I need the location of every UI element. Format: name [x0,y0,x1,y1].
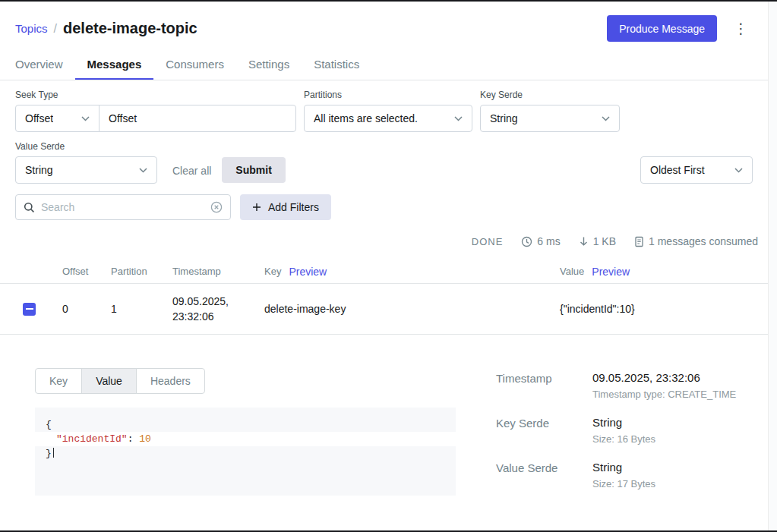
content-tab-value[interactable]: Value [81,368,137,394]
status-consumed-text: 1 messages consumed [649,235,758,247]
json-separator: : [128,433,140,445]
order-selected-value: Oldest First [650,164,705,176]
status-bytes: 1 KB [579,235,616,247]
key-header-label: Key [264,266,281,277]
topbar-actions: Produce Message ⋮ [607,15,753,42]
scrollbar-track[interactable] [768,2,777,530]
kebab-menu-icon: ⋮ [734,20,748,36]
text-cursor [53,448,54,458]
value-serde-label: Value Serde [15,141,157,152]
content-tab-key[interactable]: Key [35,368,82,394]
filter-row-3: Add Filters [15,194,753,220]
status-elapsed: 6 ms [521,235,560,247]
status-state: DONE [472,236,504,247]
seek-offset-input[interactable] [99,105,296,132]
code-line: } [35,446,456,461]
value-serde-selected-value: String [25,164,53,176]
seek-type-select[interactable]: Offset [15,105,99,132]
message-content-pane: Key Value Headers { "incidentId": 10 } [35,368,456,505]
partitions-selected-value: All items are selected. [314,112,418,124]
status-elapsed-text: 6 ms [537,235,560,247]
breadcrumb-topics-link[interactable]: Topics [15,22,48,35]
meta-label: Key Serde [496,416,592,445]
key-column-header: Key Preview [264,266,560,278]
tab-consumers[interactable]: Consumers [153,49,236,80]
chevron-down-icon [734,168,743,173]
value-header-label: Value [560,266,584,277]
clock-icon [521,236,532,247]
key-preview-link[interactable]: Preview [289,266,327,278]
meta-label: Timestamp [496,371,592,400]
tab-messages[interactable]: Messages [75,49,154,80]
document-icon [634,236,644,247]
content-tab-headers[interactable]: Headers [136,368,205,394]
tab-overview[interactable]: Overview [3,49,75,80]
message-row[interactable]: 0 1 09.05.2025, 23:32:06 delete-image-ke… [0,284,768,335]
consume-status-bar: DONE 6 ms 1 KB 1 messages consumed [0,220,768,247]
add-filters-button[interactable]: Add Filters [240,194,331,220]
content-tabs: Key Value Headers [35,368,205,394]
chevron-down-icon [139,168,147,173]
key-serde-select[interactable]: String [480,105,620,132]
key-cell: delete-image-key [264,303,560,315]
meta-sub: Timestamp type: CREATE_TIME [592,389,736,400]
offset-cell: 0 [62,303,111,315]
tab-settings[interactable]: Settings [236,49,302,80]
partitions-select[interactable]: All items are selected. [304,105,472,132]
clear-search-icon[interactable] [210,201,223,213]
search-icon [24,202,35,213]
seek-type-selected-value: Offset [25,112,53,124]
status-consumed: 1 messages consumed [634,235,758,247]
arrow-down-icon [579,236,589,247]
seek-type-field: Seek Type Offset [15,90,296,132]
produce-message-button[interactable]: Produce Message [607,15,717,42]
seek-type-label: Seek Type [15,90,296,100]
meta-row-value-serde: Value Serde String Size: 17 Bytes [496,461,758,490]
meta-value: 09.05.2025, 23:32:06 [592,371,700,384]
meta-sub: Size: 17 Bytes [592,478,655,490]
status-bytes-text: 1 KB [593,235,616,247]
filters-panel: Seek Type Offset Partitions All items ar… [0,80,768,220]
value-cell: {"incidentId":10} [560,303,758,315]
chevron-down-icon [602,116,610,121]
row-select-cell [23,303,62,316]
seek-type-group: Offset [15,105,296,132]
partition-cell: 1 [111,303,172,315]
order-select[interactable]: Oldest First [640,156,753,184]
value-serde-select[interactable]: String [15,156,157,184]
value-column-header: Value Preview [560,266,758,278]
search-input[interactable] [41,201,204,213]
filter-row-1: Seek Type Offset Partitions All items ar… [15,90,753,132]
value-serde-field: Value Serde String [15,141,157,184]
more-options-button[interactable]: ⋮ [729,18,753,39]
messages-table-header: Offset Partition Timestamp Key Preview V… [0,260,768,284]
code-line: { [35,417,456,432]
json-number: 10 [139,433,151,445]
value-code-viewer[interactable]: { "incidentId": 10 } [35,408,456,496]
topic-messages-page: Topics / delete-image-topic Produce Mess… [0,2,768,505]
submit-button[interactable]: Submit [222,157,285,183]
meta-row-timestamp: Timestamp 09.05.2025, 23:32:06 Timestamp… [496,371,758,400]
timestamp-column-header: Timestamp [172,266,264,277]
add-filters-label: Add Filters [268,201,319,213]
chevron-down-icon [454,116,463,121]
code-line-highlighted: "incidentId": 10 [35,432,456,446]
offset-column-header: Offset [62,266,111,277]
meta-value: String [592,416,622,429]
partitions-field: Partitions All items are selected. [304,90,472,132]
clear-all-link[interactable]: Clear all [172,165,211,177]
chevron-down-icon [81,116,90,121]
partition-column-header: Partition [111,266,172,277]
partitions-label: Partitions [304,90,472,100]
message-detail-panel: Key Value Headers { "incidentId": 10 } T… [0,335,768,505]
page-title: delete-image-topic [63,20,197,37]
json-key: "incidentId" [56,433,128,445]
meta-value: String [592,461,622,474]
breadcrumb-separator: / [48,22,63,36]
minus-icon [26,308,33,310]
key-serde-selected-value: String [490,112,518,124]
tab-statistics[interactable]: Statistics [302,49,371,80]
value-preview-link[interactable]: Preview [592,266,630,278]
key-serde-field: Key Serde String [480,90,620,132]
row-collapse-checkbox[interactable] [23,303,36,316]
